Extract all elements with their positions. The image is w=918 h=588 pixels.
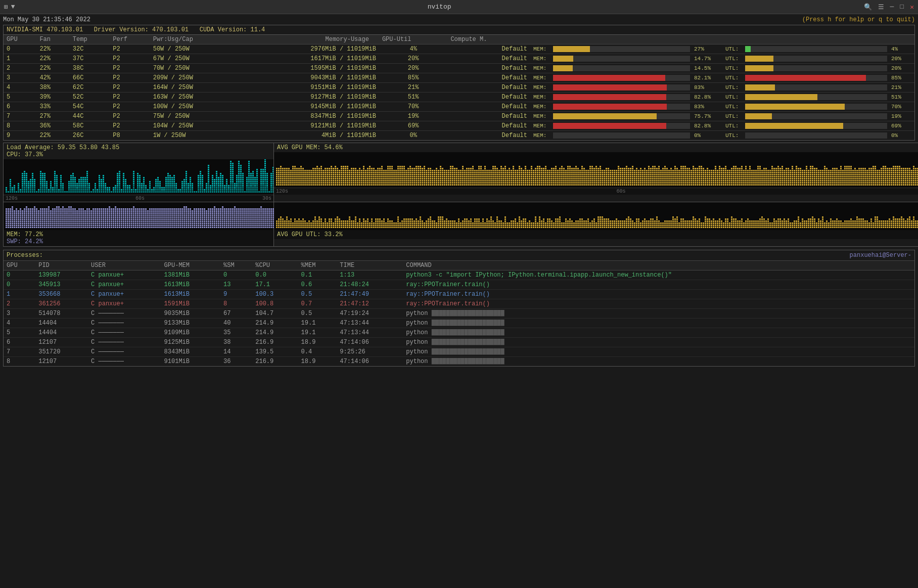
chart-dot bbox=[341, 170, 342, 171]
chart-dot bbox=[786, 170, 787, 171]
chart-dot bbox=[84, 227, 86, 228]
chart-dot bbox=[296, 172, 298, 173]
chart-dot bbox=[22, 181, 23, 183]
chart-dot bbox=[790, 222, 791, 224]
chart-dot bbox=[40, 214, 41, 216]
chart-dot bbox=[747, 176, 749, 177]
chart-dot bbox=[262, 210, 264, 212]
chart-dot bbox=[622, 178, 623, 179]
chart-col-63 bbox=[403, 166, 405, 186]
chart-dot bbox=[553, 178, 555, 179]
chart-dot bbox=[533, 174, 534, 175]
chart-dot bbox=[361, 178, 362, 179]
minimize-button[interactable]: ─ bbox=[890, 3, 894, 11]
chart-dot bbox=[862, 168, 864, 169]
chart-dot bbox=[860, 218, 862, 220]
proc-pid: 12107 bbox=[35, 357, 88, 367]
chart-col-59 bbox=[395, 222, 397, 229]
chart-dot bbox=[616, 182, 617, 184]
chart-dot bbox=[472, 176, 474, 177]
chart-dot bbox=[167, 227, 169, 228]
close-button[interactable]: ✕ bbox=[910, 3, 914, 11]
chart-dot bbox=[280, 180, 282, 182]
menu-icon[interactable]: ☰ bbox=[878, 3, 884, 11]
chart-dot bbox=[405, 182, 407, 184]
chart-dot bbox=[879, 170, 880, 171]
chart-dot bbox=[208, 216, 209, 218]
titlebar-menu[interactable]: ▼ bbox=[11, 3, 15, 11]
chart-dot bbox=[234, 227, 236, 228]
chart-dot bbox=[121, 218, 122, 220]
chart-dot bbox=[842, 172, 844, 173]
chart-dot bbox=[278, 180, 280, 182]
chart-dot bbox=[418, 168, 419, 169]
chart-dot bbox=[44, 185, 45, 187]
chart-dot bbox=[541, 170, 542, 171]
chart-dot bbox=[403, 222, 405, 224]
chart-dot bbox=[818, 222, 819, 224]
chart-dot bbox=[385, 180, 387, 182]
chart-dot bbox=[316, 220, 318, 222]
chart-dot bbox=[585, 176, 587, 177]
chart-dot bbox=[529, 220, 530, 222]
chart-dot bbox=[414, 168, 415, 169]
chart-dot bbox=[717, 172, 718, 173]
chart-dot bbox=[713, 220, 714, 222]
chart-dot bbox=[836, 178, 838, 179]
chart-dot bbox=[610, 170, 611, 171]
chart-dot bbox=[792, 174, 793, 175]
chart-col-132 bbox=[543, 218, 544, 229]
chart-dot bbox=[577, 174, 579, 175]
chart-col-73 bbox=[424, 166, 425, 186]
chart-dot bbox=[377, 168, 379, 169]
chart-dot bbox=[399, 174, 401, 175]
maximize-button[interactable]: □ bbox=[900, 3, 904, 11]
search-icon[interactable]: 🔍 bbox=[864, 3, 872, 11]
chart-dot bbox=[329, 222, 330, 224]
chart-dot bbox=[240, 173, 242, 174]
chart-dot bbox=[654, 184, 656, 186]
chart-dot bbox=[365, 184, 366, 186]
chart-dot bbox=[634, 227, 635, 228]
chart-dot bbox=[539, 218, 540, 220]
proc-gpu-mem: 9101MiB bbox=[161, 357, 220, 367]
chart-dot bbox=[383, 227, 385, 228]
chart-dot bbox=[569, 222, 571, 224]
chart-dot bbox=[644, 176, 646, 177]
chart-dot bbox=[165, 191, 167, 193]
chart-dot bbox=[585, 182, 587, 184]
chart-dot bbox=[60, 222, 62, 224]
chart-dot bbox=[521, 172, 522, 173]
chart-dot bbox=[915, 172, 916, 173]
chart-dot bbox=[262, 191, 264, 193]
chart-dot bbox=[513, 176, 514, 177]
chart-dot bbox=[339, 227, 340, 228]
chart-dot bbox=[393, 174, 395, 175]
chart-dot bbox=[907, 182, 908, 184]
chart-dot bbox=[365, 180, 366, 182]
chart-dot bbox=[339, 180, 340, 182]
chart-dot bbox=[220, 218, 221, 220]
chart-dot bbox=[466, 222, 468, 224]
chart-dot bbox=[873, 176, 874, 177]
chart-dot bbox=[913, 216, 914, 218]
chart-dot bbox=[155, 214, 157, 216]
chart-dot bbox=[539, 174, 540, 175]
chart-dot bbox=[545, 182, 546, 184]
chart-dot bbox=[569, 227, 571, 228]
chart-dot bbox=[397, 176, 399, 177]
chart-dot bbox=[727, 178, 728, 179]
chart-dot bbox=[308, 184, 310, 186]
chart-dot bbox=[535, 176, 536, 177]
chart-dot bbox=[875, 222, 876, 224]
chart-dot bbox=[895, 176, 896, 177]
chart-dot bbox=[860, 176, 862, 177]
chart-dot bbox=[456, 168, 457, 169]
chart-dot bbox=[155, 181, 157, 183]
chart-dot bbox=[887, 170, 888, 171]
chart-dot bbox=[695, 170, 696, 171]
chart-dot bbox=[335, 220, 336, 222]
chart-dot bbox=[678, 178, 680, 179]
chart-dot bbox=[411, 220, 413, 222]
chart-dot bbox=[844, 227, 846, 228]
